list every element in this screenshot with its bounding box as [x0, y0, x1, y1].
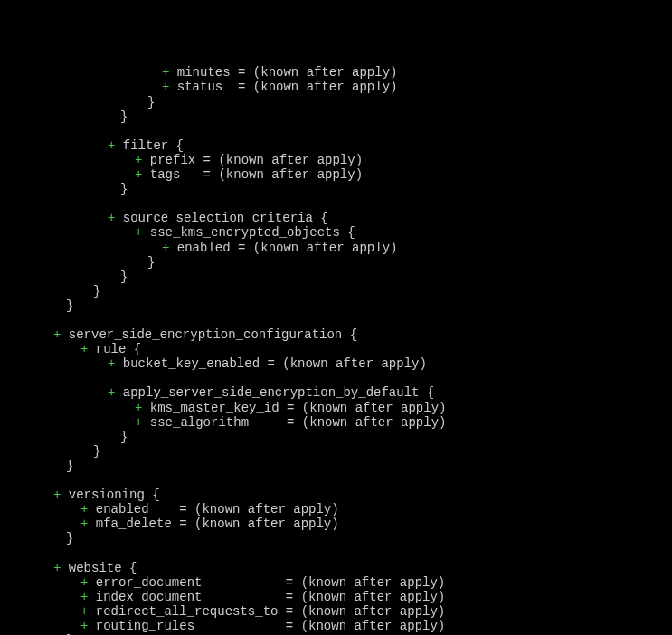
terminal-output: + minutes = (known after apply)+ status … [0, 65, 672, 635]
